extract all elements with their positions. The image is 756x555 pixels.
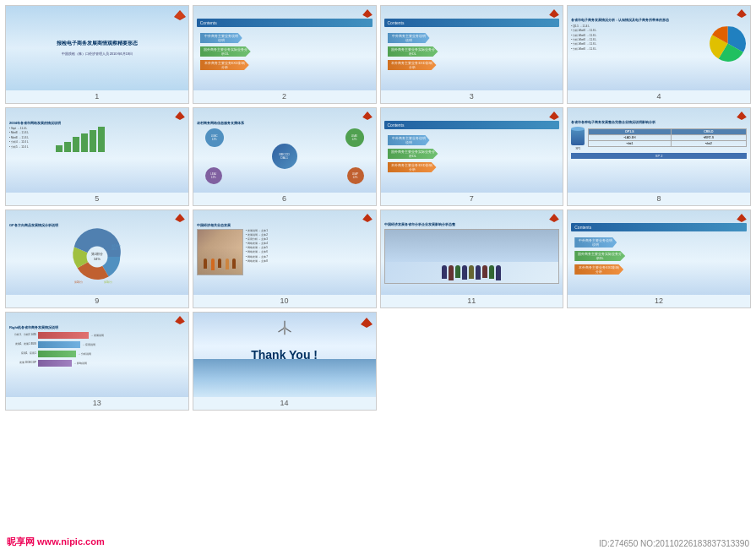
logo-icon-4 bbox=[737, 9, 747, 18]
slide-number-3: 3 bbox=[470, 90, 474, 103]
slide-7[interactable]: Contents 中外商务主要业务说明说明 国外商务主要业务实际业务分析DL 本… bbox=[380, 107, 564, 206]
slide-2-heading: Contents bbox=[197, 19, 373, 27]
logo-icon-3 bbox=[549, 9, 559, 18]
bar-6 bbox=[98, 127, 105, 152]
svg-text:第3部分: 第3部分 bbox=[104, 280, 113, 284]
svg-marker-7 bbox=[362, 112, 373, 120]
slide-14[interactable]: Thank You ! 14 bbox=[193, 312, 377, 411]
circle-1: LEAC12% bbox=[205, 128, 224, 147]
windmill-icon bbox=[276, 319, 293, 340]
slide-11-photo bbox=[384, 229, 560, 284]
slide-number-9: 9 bbox=[95, 295, 99, 307]
logo-icon-13 bbox=[175, 316, 185, 324]
slide-1[interactable]: 报检电子商务发展商情观察精要形态 中国质检（株）口经济管理人员 2010年6月1… bbox=[5, 5, 189, 104]
bar-3 bbox=[73, 137, 79, 152]
logo-icon-14 bbox=[361, 316, 373, 331]
slide-6-title: 农村商务网络信息服务支撑体系 bbox=[197, 121, 373, 125]
svg-marker-2 bbox=[362, 9, 373, 18]
pie-chart-4 bbox=[709, 24, 747, 63]
slide-12[interactable]: Contents 中外商务主要业务说明说明 国外商务主要业务实际业务分析DL 本… bbox=[567, 209, 751, 308]
slide-number-7: 7 bbox=[470, 193, 474, 205]
slide-4-title: 各省市电子商务发展情况分析：认知情况及电子商务所带来的形态 bbox=[571, 19, 747, 23]
thankyou-text: Thank You ! bbox=[251, 348, 318, 362]
logo-icon-2 bbox=[362, 9, 373, 18]
slide-7-heading: Contents bbox=[384, 121, 560, 129]
slide-7-item2: 国外商务主要业务实际业务分析DL bbox=[388, 149, 557, 159]
slide-5[interactable]: 2004年各省市网络发展的情况说明 • Sept → 11.4 L • Mort… bbox=[5, 107, 189, 206]
svg-marker-18 bbox=[362, 214, 373, 222]
svg-marker-9 bbox=[737, 112, 747, 120]
donut-chart-9: 第1部分 34% 第1部分 34% 第2部分 第3部分 bbox=[63, 227, 131, 286]
svg-text:第2部分: 第2部分 bbox=[74, 280, 84, 284]
svg-marker-6 bbox=[175, 112, 185, 120]
slide-8-sp: SP 2 bbox=[571, 153, 747, 159]
watermark-right: ID:274650 NO:20110226183837313390 bbox=[599, 539, 749, 548]
slide-number-10: 10 bbox=[280, 295, 289, 307]
slide-1-title: 报检电子商务发展商情观察精要形态 bbox=[57, 40, 138, 46]
slide-number-8: 8 bbox=[657, 193, 661, 205]
slide-6[interactable]: 农村商务网络信息服务支撑体系 BBCCDDAL1 LEAC12% LEAE12%… bbox=[193, 107, 377, 206]
slide-number-4: 4 bbox=[657, 90, 661, 103]
svg-marker-4 bbox=[737, 9, 747, 18]
slide-13-bars: 分析1、分析1 1435 → 发展说明 发展1、发展1 BUS → 应用说明 应… bbox=[9, 332, 185, 367]
slide-number-5: 5 bbox=[95, 193, 99, 205]
slide-3-item2: 国外商务主要业务实际业务分析DL bbox=[388, 46, 557, 57]
slide-10[interactable]: 中国经济相关业态发展 bbox=[193, 209, 377, 308]
svg-marker-27 bbox=[361, 318, 373, 328]
svg-text:第1部分: 第1部分 bbox=[91, 251, 103, 255]
svg-marker-8 bbox=[549, 112, 559, 120]
circle-4: LEAP12% bbox=[347, 167, 364, 184]
slide-number-13: 13 bbox=[93, 397, 101, 410]
slide-9[interactable]: GP各方向商品发展情况分析说明 第1部分 34% bbox=[5, 209, 189, 308]
slide-number-6: 6 bbox=[282, 193, 286, 205]
slide-3-item1: 中外商务主要业务说明说明 bbox=[388, 33, 557, 43]
svg-text:34%: 34% bbox=[94, 256, 101, 260]
slide-13-title: Right机各省市商务发展情况说明 bbox=[9, 325, 185, 329]
slide-10-title: 中国经济相关业态发展 bbox=[197, 223, 373, 227]
logo-icon-7 bbox=[549, 112, 559, 120]
slide-2[interactable]: Contents 中外商务主要业务说明说明 国外商务主要业务实际业务分析DL 本… bbox=[193, 5, 377, 104]
bar-1 bbox=[56, 145, 63, 152]
slide-8[interactable]: 各省市各种电子商务发展整合完善企业情况说明影响分析 SP1 bbox=[567, 107, 751, 206]
logo-icon-1 bbox=[174, 10, 186, 20]
svg-marker-19 bbox=[549, 214, 559, 222]
circle-center: BBCCDDAL1 bbox=[272, 144, 297, 169]
bar-5 bbox=[90, 130, 96, 152]
logo-icon-6 bbox=[362, 112, 373, 120]
slide-7-item3: 本外商务主要业务EXD影响分析 bbox=[388, 162, 557, 172]
svg-marker-20 bbox=[737, 214, 747, 222]
slide-number-12: 12 bbox=[655, 295, 663, 307]
slide-4[interactable]: 各省市电子商务发展情况分析：认知情况及电子商务所带来的形态 • Q0-5 → 1… bbox=[567, 5, 751, 104]
bar-2 bbox=[64, 142, 71, 152]
slide-number-14: 14 bbox=[280, 397, 289, 410]
logo-icon-12 bbox=[737, 214, 747, 222]
slide-11-title: 中国经济发展各省市分析企业发展影响分析总整 bbox=[384, 223, 560, 227]
slide-2-item3: 本外商务主要业务EXD影响分析 bbox=[200, 60, 369, 70]
slide-3[interactable]: Contents 中外商务主要业务说明说明 国外商务主要业务实际业务分析DL 本… bbox=[380, 5, 564, 104]
slide-13[interactable]: Right机各省市商务发展情况说明 分析1、分析1 1435 → 发展说明 发展… bbox=[5, 312, 189, 411]
slide-number-11: 11 bbox=[467, 295, 476, 307]
slide-2-item2: 国外商务主要业务实际业务分析DL bbox=[200, 46, 369, 57]
bar-chart-5 bbox=[54, 127, 185, 152]
circle-3: LEAJ12% bbox=[205, 167, 222, 184]
slide-8-table: DP1-SCRN-O •LAD-EH•WRT-S •dat1•dat2 bbox=[588, 128, 747, 147]
bar-4 bbox=[81, 133, 88, 152]
slide-2-item1: 中外商务主要业务说明说明 bbox=[200, 33, 369, 43]
svg-marker-3 bbox=[549, 9, 559, 18]
logo-icon-8 bbox=[737, 112, 747, 120]
slide-5-title: 2004年各省市网络发展的情况说明 bbox=[9, 121, 185, 125]
slide-12-item1: 中外商务主要业务说明说明 bbox=[574, 237, 743, 248]
svg-marker-21 bbox=[175, 316, 185, 324]
slide-12-heading: Contents bbox=[571, 223, 747, 231]
slide-1-subtitle: 中国质检（株）口经济管理人员 2010年6月19日 bbox=[62, 52, 133, 57]
slide-7-item1: 中外商务主要业务说明说明 bbox=[388, 135, 557, 145]
logo-icon-11 bbox=[549, 214, 559, 222]
watermark-left: 昵享网 www.nipic.com bbox=[7, 536, 105, 548]
slide-11[interactable]: 中国经济发展各省市分析企业发展影响分析总整 bbox=[380, 209, 564, 308]
slide-3-item3: 本外商务主要业务EXD影响分析 bbox=[388, 60, 557, 70]
logo-icon-9 bbox=[175, 214, 185, 222]
slide-number-2: 2 bbox=[282, 90, 286, 103]
slide-10-photo bbox=[197, 229, 243, 275]
slide-8-title: 各省市各种电子商务发展整合完善企业情况说明影响分析 bbox=[571, 121, 747, 125]
slide-number-1: 1 bbox=[95, 90, 99, 103]
